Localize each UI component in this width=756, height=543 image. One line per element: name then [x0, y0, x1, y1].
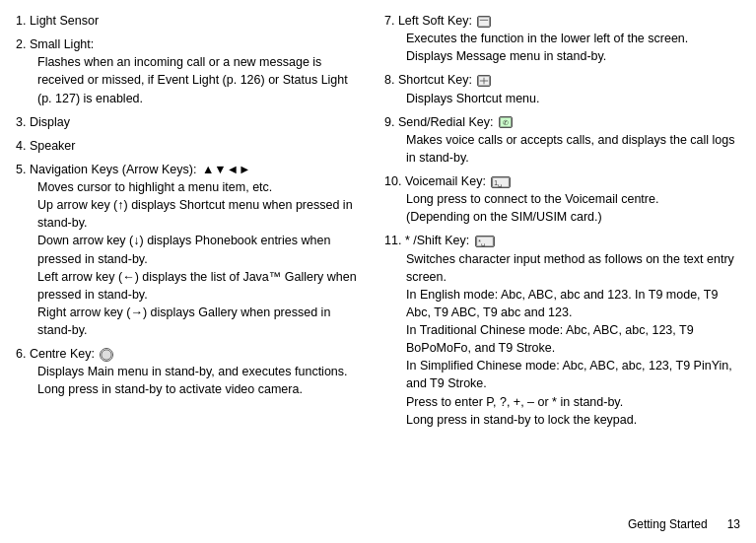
item-9: 9. Send/Redial Key: ✆ Makes voice calls … — [384, 113, 745, 167]
item-8-body-0: Displays Shortcut menu. — [406, 90, 745, 107]
item-10-icon: 1␣ — [491, 174, 511, 188]
page-container: 1. Light Sensor 2. Small Light: Flashes … — [0, 0, 756, 543]
item-7-body-1: Displays Message menu in stand-by. — [406, 47, 745, 65]
svg-point-0 — [102, 350, 111, 360]
item-5-number: 5. — [16, 163, 26, 176]
footer-page: 13 — [727, 517, 740, 531]
item-8-title: Shortcut Key: — [398, 73, 472, 87]
svg-rect-1 — [479, 17, 491, 27]
item-6-number: 6. — [16, 347, 26, 361]
item-5-body-0: Moves cursor to highlight a menu item, e… — [37, 178, 363, 196]
item-5-body-2: Down arrow key (↓) displays Phonebook en… — [37, 232, 363, 267]
item-11-body-0: Switches character input method as follo… — [406, 250, 745, 286]
item-8: 8. Shortcut Key: Displays Shortcut menu. — [384, 71, 745, 106]
item-11-body-1: In English mode: Abc, ABC, abc and 123. … — [406, 286, 745, 321]
item-2-title: Small Light: — [30, 37, 94, 51]
item-8-number: 8. — [384, 73, 394, 87]
item-11-icon: *␣ — [475, 234, 495, 247]
item-4-number: 4. — [16, 139, 26, 153]
item-1-title: Light Sensor — [30, 14, 99, 28]
item-11-body-2: In Traditional Chinese mode: Abc, ABC, a… — [406, 321, 745, 357]
item-7-body-0: Executes the function in the lower left … — [406, 30, 745, 47]
item-10-number: 10. — [384, 174, 401, 188]
item-11: 11. * /Shift Key: *␣ Switches character … — [384, 232, 745, 428]
svg-text:1␣: 1␣ — [495, 179, 503, 187]
item-7-title: Left Soft Key: — [398, 14, 472, 28]
item-2: 2. Small Light: Flashes when an incoming… — [16, 35, 363, 107]
item-3-number: 3. — [16, 115, 26, 129]
item-1-number: 1. — [16, 14, 26, 28]
item-3: 3. Display — [16, 113, 363, 131]
item-6-icon — [100, 347, 113, 361]
right-column: 7. Left Soft Key: Executes the function … — [380, 12, 745, 531]
item-2-number: 2. — [16, 37, 26, 51]
item-10: 10. Voicemail Key: 1␣ Long press to conn… — [384, 172, 745, 226]
item-5-body-3: Left arrow key (←) displays the list of … — [37, 268, 363, 304]
item-5-body-1: Up arrow key (↑) displays Shortcut menu … — [37, 196, 363, 232]
item-6-title: Centre Key: — [30, 347, 95, 361]
item-10-body-1: (Depending on the SIM/USIM card.) — [406, 208, 745, 226]
item-5-title: Navigation Keys (Arrow Keys): — [30, 163, 197, 176]
item-5: 5. Navigation Keys (Arrow Keys): ▲▼◄► Mo… — [16, 161, 363, 339]
item-1: 1. Light Sensor — [16, 12, 363, 30]
item-9-icon: ✆ — [499, 115, 513, 129]
left-column: 1. Light Sensor 2. Small Light: Flashes … — [16, 12, 380, 531]
item-10-title: Voicemail Key: — [405, 174, 486, 188]
footer: Getting Started 13 — [628, 517, 740, 531]
svg-text:✆: ✆ — [503, 120, 509, 127]
item-4: 4. Speaker — [16, 137, 363, 155]
item-7-icon — [477, 14, 491, 28]
item-11-title: * /Shift Key: — [405, 234, 469, 247]
item-9-number: 9. — [384, 115, 394, 129]
item-10-body-0: Long press to connect to the Voicemail c… — [406, 190, 745, 208]
item-11-number: 11. — [384, 234, 401, 247]
item-11-body-5: Long press in stand-by to lock the keypa… — [406, 411, 745, 429]
item-6-body-1: Long press in stand-by to activate video… — [37, 380, 363, 398]
item-5-body-4: Right arrow key (→) displays Gallery whe… — [37, 304, 363, 339]
item-6: 6. Centre Key: Displays Main menu in sta… — [16, 345, 363, 398]
item-11-body-4: Press to enter P, ?, +, – or * in stand-… — [406, 393, 745, 411]
item-5-icon: ▲▼◄► — [202, 163, 251, 176]
item-2-body: Flashes when an incoming call or a new m… — [37, 53, 363, 106]
item-4-title: Speaker — [30, 139, 76, 153]
item-9-title: Send/Redial Key: — [398, 115, 494, 129]
item-7: 7. Left Soft Key: Executes the function … — [384, 12, 745, 65]
item-3-title: Display — [30, 115, 70, 129]
item-7-number: 7. — [384, 14, 394, 28]
item-8-icon — [477, 73, 491, 87]
item-9-body-0: Makes voice calls or accepts calls, and … — [406, 131, 745, 167]
svg-text:*␣: *␣ — [478, 238, 485, 246]
item-11-body-3: In Simplified Chinese mode: Abc, ABC, ab… — [406, 357, 745, 392]
item-6-body-0: Displays Main menu in stand-by, and exec… — [37, 363, 363, 380]
footer-text: Getting Started — [628, 517, 708, 531]
